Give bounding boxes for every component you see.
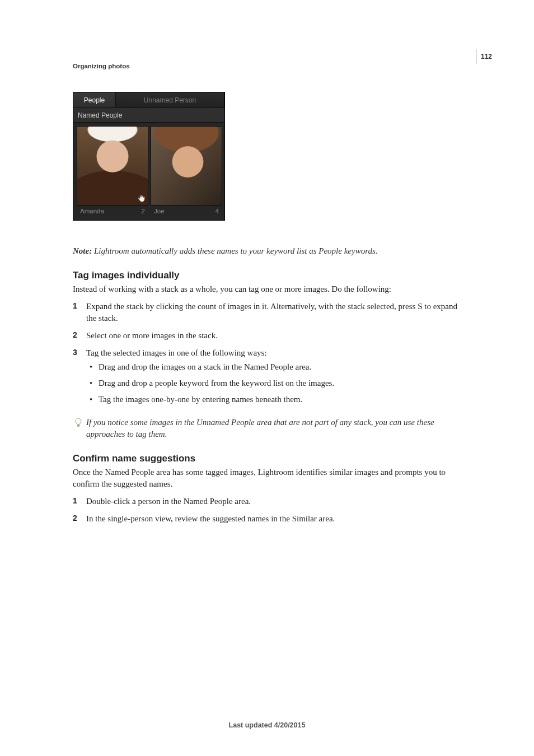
footer-last-updated: Last updated 4/20/2015: [0, 721, 534, 729]
sublist-item: Drag and drop a people keyword from the …: [86, 377, 465, 394]
page-number: 112: [481, 53, 492, 60]
tab-unnamed-person: Unnamed Person: [116, 92, 224, 108]
heading-confirm-suggestions: Confirm name suggestions: [73, 453, 465, 464]
note-label: Note:: [73, 246, 92, 255]
page-number-rule: [476, 49, 476, 64]
thumb-name: Amanda: [80, 208, 104, 214]
step-item: Select one or more images in the stack.: [73, 330, 465, 347]
section1-sublist: Drag and drop the images on a stack in t…: [86, 361, 465, 410]
note-paragraph: Note: Lightroom automatically adds these…: [73, 245, 465, 256]
panel-subhead: Named People: [73, 108, 224, 123]
person-thumb: [151, 126, 222, 206]
lightbulb-icon: [74, 417, 83, 440]
running-head: Organizing photos: [73, 63, 130, 69]
svg-rect-1: [77, 426, 79, 427]
thumb-bar: Amanda 2: [77, 206, 148, 218]
svg-rect-2: [77, 427, 79, 427]
section2-steps: Double-click a person in the Named Peopl…: [73, 496, 465, 530]
thumb-row: Amanda 2 Joe 4: [73, 123, 224, 220]
tab-people: People: [73, 92, 116, 108]
thumb-bar: Joe 4: [151, 206, 222, 218]
heading-tag-images: Tag images individually: [73, 270, 465, 281]
section1-intro: Instead of working with a stack as a who…: [73, 283, 465, 295]
tip-callout: If you notice some images in the Unnamed…: [74, 417, 465, 440]
step-text: Tag the selected images in one of the fo…: [86, 348, 267, 357]
page-number-block: 112: [476, 49, 492, 64]
section2-intro: Once the Named People area has some tagg…: [73, 466, 465, 490]
thumb-wrap: Joe 4: [151, 126, 222, 218]
sublist-item: Tag the images one-by-one by entering na…: [86, 394, 465, 410]
person-thumb: [77, 126, 148, 206]
thumb-count: 4: [216, 208, 219, 214]
people-panel-screenshot: People Unnamed Person Named People Amand…: [73, 92, 225, 221]
sublist-item: Drag and drop the images on a stack in t…: [86, 361, 465, 377]
svg-rect-0: [77, 425, 80, 426]
step-item: In the single-person view, review the su…: [73, 513, 465, 530]
thumb-count: 2: [142, 208, 145, 214]
section1-steps: Expand the stack by clicking the count o…: [73, 301, 465, 416]
thumb-name: Joe: [154, 208, 165, 214]
step-item: Tag the selected images in one of the fo…: [73, 347, 465, 416]
note-text: Lightroom automatically adds these names…: [94, 246, 378, 255]
hand-cursor-icon: [137, 194, 146, 203]
thumb-wrap: Amanda 2: [77, 126, 148, 218]
tip-text: If you notice some images in the Unnamed…: [86, 417, 465, 440]
step-item: Expand the stack by clicking the count o…: [73, 301, 465, 330]
panel-tabs: People Unnamed Person: [73, 92, 224, 108]
step-item: Double-click a person in the Named Peopl…: [73, 496, 465, 513]
